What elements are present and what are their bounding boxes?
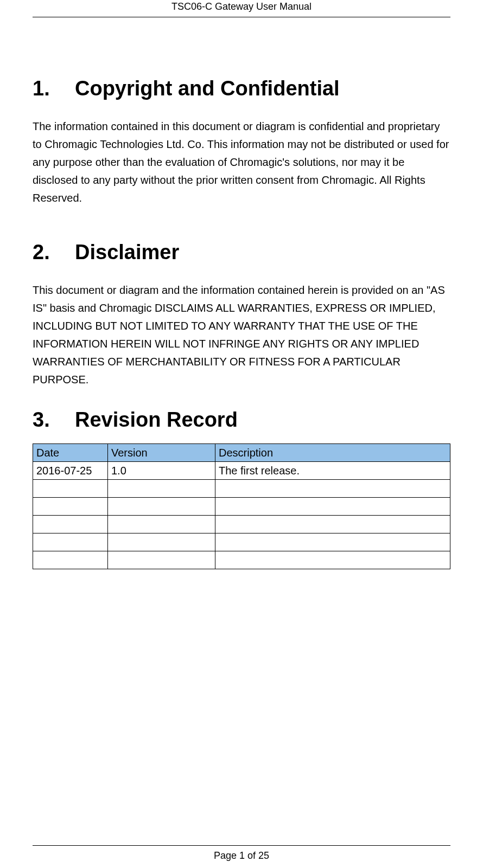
table-header-version: Version (108, 444, 215, 462)
cell-date (33, 551, 108, 569)
table-row (33, 533, 450, 551)
cell-description (215, 480, 450, 498)
cell-version (108, 516, 215, 533)
cell-date (33, 533, 108, 551)
section-1-heading: 1.Copyright and Confidential (33, 77, 450, 100)
section-3-title: Revision Record (75, 408, 238, 431)
table-row (33, 516, 450, 533)
cell-description (215, 498, 450, 516)
section-2-body: This document or diagram and the informa… (33, 281, 450, 389)
table-header-row: Date Version Description (33, 444, 450, 462)
table-row (33, 480, 450, 498)
page-number: Page 1 of 25 (214, 850, 269, 861)
section-1-number: 1. (33, 77, 75, 100)
cell-description: The first release. (215, 462, 450, 480)
cell-description (215, 533, 450, 551)
cell-version (108, 551, 215, 569)
section-1-title: Copyright and Confidential (75, 77, 340, 100)
cell-date (33, 516, 108, 533)
document-title: TSC06-C Gateway User Manual (171, 1, 312, 12)
cell-version (108, 498, 215, 516)
cell-date: 2016-07-25 (33, 462, 108, 480)
cell-version (108, 480, 215, 498)
cell-date (33, 480, 108, 498)
revision-table: Date Version Description 2016-07-25 1.0 … (33, 443, 450, 569)
cell-version (108, 533, 215, 551)
section-1-body: The information contained in this docume… (33, 118, 450, 207)
section-2-heading: 2.Disclaimer (33, 241, 450, 264)
table-header-description: Description (215, 444, 450, 462)
section-2-title: Disclaimer (75, 241, 179, 263)
table-row (33, 551, 450, 569)
cell-description (215, 516, 450, 533)
table-header-date: Date (33, 444, 108, 462)
page-footer: Page 1 of 25 (33, 845, 450, 861)
table-row: 2016-07-25 1.0 The first release. (33, 462, 450, 480)
section-3-heading: 3.Revision Record (33, 408, 450, 432)
section-2-number: 2. (33, 241, 75, 264)
cell-description (215, 551, 450, 569)
section-3-number: 3. (33, 408, 75, 432)
cell-date (33, 498, 108, 516)
cell-version: 1.0 (108, 462, 215, 480)
page-header: TSC06-C Gateway User Manual (33, 0, 450, 17)
table-row (33, 498, 450, 516)
